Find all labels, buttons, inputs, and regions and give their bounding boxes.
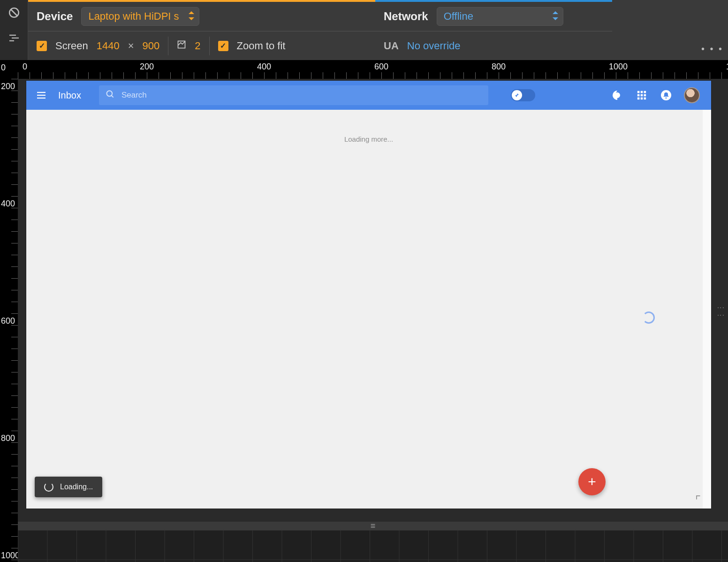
svg-rect-19 bbox=[644, 98, 646, 100]
spinner-icon bbox=[643, 311, 655, 324]
ruler-tick-label: 1000 bbox=[609, 62, 628, 72]
network-label: Network bbox=[384, 10, 428, 23]
devtools-icon-strip bbox=[0, 0, 28, 60]
drag-handle-right[interactable]: ⋮⋮ bbox=[716, 304, 725, 319]
toast-text: Loading... bbox=[60, 483, 93, 491]
zoom-label: Zoom to fit bbox=[237, 40, 286, 52]
search-input[interactable] bbox=[121, 91, 482, 100]
grip-icon: ≡ bbox=[371, 521, 376, 531]
notifications-icon[interactable] bbox=[660, 89, 673, 102]
simulated-app: Inbox Loading more... bbox=[26, 81, 711, 509]
svg-rect-18 bbox=[641, 98, 643, 100]
network-select[interactable]: Offline bbox=[437, 7, 563, 26]
device-select[interactable]: Laptop with HiDPI s bbox=[81, 7, 199, 26]
app-header: Inbox bbox=[26, 81, 711, 110]
plus-icon: + bbox=[588, 474, 596, 490]
svg-line-1 bbox=[11, 10, 17, 16]
svg-rect-11 bbox=[637, 91, 640, 93]
more-icon[interactable]: • • • bbox=[701, 44, 723, 54]
svg-rect-16 bbox=[644, 94, 646, 97]
svg-line-10 bbox=[111, 96, 113, 98]
ua-label: UA bbox=[384, 40, 399, 52]
grid-overlay bbox=[18, 530, 728, 562]
device-select-value: Laptop with HiDPI s bbox=[88, 10, 179, 23]
ruler-vertical: 0 200 400 600 800 1000 bbox=[0, 60, 18, 562]
device-label: Device bbox=[37, 10, 73, 23]
ruler-horizontal: 0 200 400 600 800 1000 1200 1400 bbox=[18, 60, 728, 79]
svg-rect-13 bbox=[644, 91, 646, 93]
divider bbox=[168, 37, 168, 55]
svg-point-9 bbox=[106, 91, 112, 97]
ruler-tick-label: 1200 bbox=[726, 62, 728, 72]
resize-corner-icon[interactable] bbox=[695, 494, 704, 505]
ruler-tick-label: 400 bbox=[257, 62, 271, 72]
svg-rect-17 bbox=[637, 98, 640, 100]
search-icon bbox=[106, 90, 115, 101]
ruler-tick-label: 0 bbox=[1, 63, 6, 73]
filter-icon[interactable] bbox=[0, 25, 28, 51]
app-body: Loading more... + Loading... bbox=[26, 110, 711, 509]
divider bbox=[209, 37, 210, 55]
drag-handle-bottom[interactable]: ≡ bbox=[18, 522, 728, 530]
dpr-value[interactable]: 2 bbox=[195, 40, 200, 52]
apps-grid-icon[interactable] bbox=[635, 89, 648, 102]
no-entry-icon[interactable] bbox=[0, 0, 28, 25]
screen-height[interactable]: 900 bbox=[143, 40, 160, 52]
menu-button[interactable] bbox=[33, 87, 50, 104]
ruler-tick-label: 0 bbox=[23, 62, 27, 72]
zoom-checkbox[interactable]: ✓ bbox=[218, 41, 228, 51]
compose-fab[interactable]: + bbox=[578, 468, 606, 495]
svg-rect-12 bbox=[641, 91, 643, 93]
loading-toast: Loading... bbox=[35, 477, 102, 497]
network-select-value: Offline bbox=[444, 10, 473, 23]
search-bar[interactable] bbox=[99, 85, 488, 105]
hangouts-icon[interactable] bbox=[611, 89, 624, 102]
loading-more-text: Loading more... bbox=[344, 135, 393, 143]
dpr-icon[interactable] bbox=[177, 40, 186, 52]
avatar[interactable] bbox=[684, 87, 700, 103]
pin-toggle[interactable] bbox=[511, 89, 535, 101]
pin-icon bbox=[512, 90, 522, 100]
screen-checkbox[interactable]: ✓ bbox=[37, 41, 47, 51]
ruler-tick-label: 200 bbox=[140, 62, 154, 72]
screen-width[interactable]: 1440 bbox=[97, 40, 120, 52]
ruler-tick-label: 600 bbox=[374, 62, 388, 72]
scrollbar[interactable] bbox=[703, 110, 711, 509]
times-icon: × bbox=[128, 40, 134, 52]
ua-override-link[interactable]: No override bbox=[407, 40, 461, 52]
spinner-icon bbox=[44, 482, 53, 492]
screen-label: Screen bbox=[55, 40, 88, 52]
ruler-tick-label: 800 bbox=[492, 62, 506, 72]
app-title: Inbox bbox=[58, 90, 81, 101]
devtools-toolbar: Device Laptop with HiDPI s ✓ Screen 1440… bbox=[28, 0, 728, 60]
svg-rect-15 bbox=[641, 94, 643, 97]
svg-rect-14 bbox=[637, 94, 640, 97]
